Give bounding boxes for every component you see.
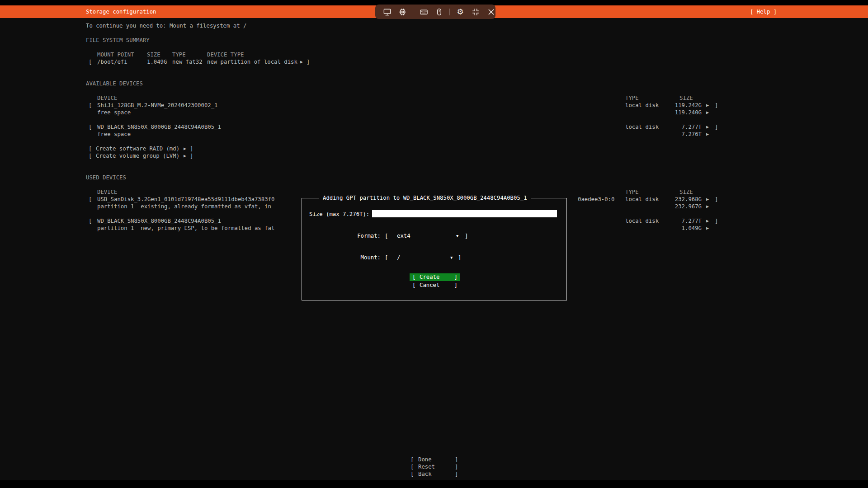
bracket-close: ] <box>715 123 718 131</box>
col-type: TYPE <box>625 94 639 102</box>
bracket-open: [ <box>385 232 388 239</box>
bracket-open: [ <box>385 254 388 261</box>
mouse-icon[interactable] <box>434 7 444 17</box>
size-label: Size (max 7.276T): <box>309 211 369 218</box>
fs-summary-header-row: MOUNT POINT SIZE TYPE DEVICE TYPE <box>0 51 868 58</box>
create-lvm-row[interactable]: [ Create volume group (LVM) ▶ ] <box>0 152 868 160</box>
page-title: Storage configuration <box>86 5 156 18</box>
back-button-label: Back <box>418 470 432 478</box>
device-size: 119.242G <box>647 102 702 109</box>
create-button-label: Create <box>420 273 439 281</box>
dialog-title: Adding GPT partition to WD_BLACK_SN850X_… <box>319 194 531 202</box>
done-button[interactable]: [ Done ] <box>0 456 868 463</box>
bracket-open: [ <box>412 282 415 289</box>
row-arrow-icon: ▶ <box>706 217 709 225</box>
bracket-close: ] <box>455 456 458 463</box>
row-arrow-icon: ▶ <box>706 123 709 131</box>
bracket-close: ] <box>454 282 458 289</box>
device-type-value: new partition of local disk <box>207 58 297 66</box>
toolbar-separator <box>413 9 413 15</box>
bottom-letterbox <box>0 480 868 488</box>
collapse-icon[interactable] <box>471 7 481 17</box>
bracket-close: ] <box>458 254 461 261</box>
available-heading-row: AVAILABLE DEVICES <box>0 80 868 87</box>
free-space-size: 7.276T <box>647 131 702 138</box>
reset-button[interactable]: [ Reset ] <box>0 463 868 470</box>
fs-summary-row[interactable]: [ /boot/efi 1.049G new fat32 new partiti… <box>0 58 868 66</box>
add-partition-dialog: Adding GPT partition to WD_BLACK_SN850X_… <box>302 198 567 300</box>
col-device: DEVICE <box>97 94 117 102</box>
device-name: WD_BLACK_SN850X_8000GB_2448C94A0B05_1 <box>97 123 221 131</box>
bracket-close: ] <box>715 102 718 109</box>
device-size: 7.277T <box>647 123 702 131</box>
bracket-open: [ <box>89 58 92 66</box>
used-heading-row: USED DEVICES <box>0 174 868 181</box>
display-icon[interactable] <box>382 7 392 17</box>
fs-summary-heading-row: FILE SYSTEM SUMMARY <box>0 37 868 44</box>
mount-value: / <box>397 254 400 261</box>
create-lvm-label: Create volume group (LVM) <box>96 152 179 160</box>
row-arrow-icon: ▶ <box>706 196 709 203</box>
format-dropdown[interactable]: [ ext4 ▼ ] <box>302 232 566 239</box>
device-row[interactable]: [ ShiJi_128GB_M.2-NVMe_2024042300002_1 l… <box>0 102 868 109</box>
size-input[interactable] <box>372 210 557 217</box>
device-row[interactable]: [ WD_BLACK_SN850X_8000GB_2448C94A0B05_1 … <box>0 123 868 131</box>
device-size: 7.277T <box>647 217 702 225</box>
bracket-close: ] <box>454 273 458 281</box>
back-button[interactable]: [ Back ] <box>0 470 868 478</box>
col-size: SIZE <box>147 51 160 58</box>
bracket-close: ] <box>715 196 718 203</box>
reset-button-label: Reset <box>418 463 435 470</box>
bracket-open: [ <box>410 463 414 470</box>
available-header-row: DEVICE TYPE SIZE <box>0 94 868 102</box>
mount-point-value: /boot/efi <box>97 58 127 66</box>
free-space-row[interactable]: free space 7.276T ▶ <box>0 131 868 138</box>
done-button-label: Done <box>418 456 432 463</box>
system-chip-icon[interactable] <box>397 7 407 17</box>
create-raid-label: Create software RAID (md) <box>96 145 179 152</box>
create-button[interactable]: [ Create ] <box>410 273 460 281</box>
bracket-close: ] <box>307 58 310 66</box>
device-name: ShiJi_128GB_M.2-NVMe_2024042300002_1 <box>97 102 218 109</box>
col-size: SIZE <box>679 94 693 102</box>
partition-size: 1.049G <box>647 225 702 232</box>
used-heading: USED DEVICES <box>86 174 126 181</box>
row-arrow-icon: ▶ <box>300 58 303 66</box>
free-space-row[interactable]: free space 119.240G ▶ <box>0 109 868 116</box>
bracket-open: [ <box>412 273 415 281</box>
bracket-open: [ <box>410 456 414 463</box>
bracket-open: [ <box>89 102 92 109</box>
device-name: WD_BLACK_SN850X_8000GB_2448C94A0B05_1 <box>97 217 221 225</box>
format-value: ext4 <box>397 232 410 239</box>
row-arrow-icon: ▶ <box>706 109 709 116</box>
row-arrow-icon: ▶ <box>706 131 709 138</box>
bracket-open: [ <box>89 123 92 131</box>
size-value: 1.049G <box>147 58 167 66</box>
close-icon[interactable] <box>486 7 496 17</box>
cancel-button[interactable]: [ Cancel ] <box>410 282 460 289</box>
fs-summary-heading: FILE SYSTEM SUMMARY <box>86 37 150 44</box>
cancel-button-label: Cancel <box>420 282 439 289</box>
available-heading: AVAILABLE DEVICES <box>86 80 143 87</box>
installer-screen: Storage configuration [ Help ] <box>0 0 868 488</box>
bracket-close: ] <box>455 470 458 478</box>
settings-gear-icon[interactable]: ⚙ <box>455 7 465 17</box>
col-mount-point: MOUNT POINT <box>97 51 134 58</box>
row-arrow-icon: ▶ <box>184 145 186 152</box>
mount-dropdown[interactable]: [ / ▼ ] <box>302 254 566 261</box>
col-device: DEVICE <box>97 188 117 196</box>
dropdown-arrow-icon: ▼ <box>456 232 458 239</box>
bracket-open: [ <box>89 217 92 225</box>
dropdown-arrow-icon: ▼ <box>450 254 453 261</box>
type-value: new fat32 <box>172 58 203 66</box>
kvm-toolbar: ⚙ <box>375 5 495 19</box>
bracket-close: ] <box>190 145 193 152</box>
create-raid-row[interactable]: [ Create software RAID (md) ▶ ] <box>0 145 868 152</box>
bracket-open: [ <box>89 152 92 160</box>
keyboard-icon[interactable] <box>419 7 429 17</box>
help-button[interactable]: [ Help ] <box>750 5 777 18</box>
row-arrow-icon: ▶ <box>706 203 709 210</box>
col-device-type: DEVICE TYPE <box>207 51 244 58</box>
row-arrow-icon: ▶ <box>706 225 709 232</box>
bracket-close: ] <box>455 463 458 470</box>
